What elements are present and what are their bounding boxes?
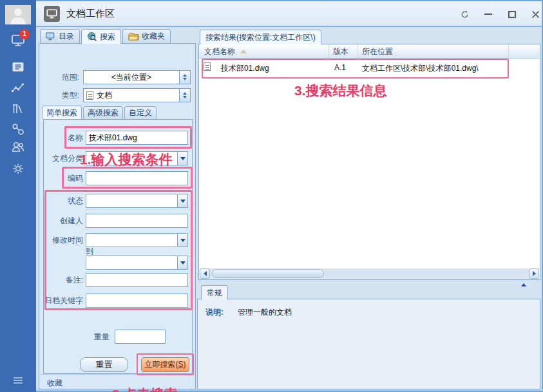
code-input[interactable] [86,171,188,185]
to-label: 到 [86,247,99,256]
scope-value: <当前位置> [83,70,179,84]
favorites-section: 收藏 已收藏 2.点击搜索 [40,374,195,388]
simple-search-form: 名称 文档分类 1.输入搜索条件 编码 状态 [43,119,193,374]
scroll-right-icon [533,271,538,276]
scroll-left-button[interactable] [200,268,210,279]
titlebar: 文档工作区 [36,1,542,27]
search-now-label-end: ) [184,360,186,369]
modified-to-dropdown-arrow[interactable] [177,256,188,270]
tab-simple-search-label: 简单搜索 [46,107,77,118]
share-icon[interactable] [10,122,26,137]
tab-general[interactable]: 常规 [201,285,228,300]
scroll-right-button[interactable] [529,268,539,279]
maximize-button[interactable] [506,8,518,20]
close-icon [531,10,540,19]
sort-ascending-icon [240,46,247,53]
person-icon [5,5,31,24]
tab-search[interactable]: 搜索 [81,29,121,44]
archive-keyword-input[interactable] [86,294,188,308]
tab-catalog-label: 目录 [59,31,74,42]
search-form-panel: 范围: <当前位置> 类型: 文档 简单搜索 高级搜索 [39,43,196,389]
modified-to-combobox[interactable] [86,256,188,270]
modified-label: 修改时间 [44,233,83,247]
tab-search-label: 搜索 [100,32,115,42]
tab-simple-search[interactable]: 简单搜索 [42,106,82,119]
status-dropdown-arrow[interactable] [177,194,188,208]
creator-input[interactable] [86,214,188,228]
description-value: 管理一般的文档 [238,307,292,318]
refresh-button[interactable] [459,8,470,20]
tab-general-label: 常规 [207,288,222,299]
close-button[interactable] [529,8,541,20]
column-header-version[interactable]: 版本 [329,44,358,59]
detail-panel: 常规 说明: 管理一般的文档 [197,285,540,389]
maximize-icon [508,11,516,18]
tab-custom-search[interactable]: 自定义 [124,106,157,119]
archive-keyword-label: 归档关键字 [43,294,83,308]
description-label: 说明: [205,307,224,318]
search-now-button[interactable]: 立即搜索(S) [141,357,189,372]
annotation-step1: 1.输入搜索条件 [80,151,173,169]
search-now-shortcut: S [178,360,183,369]
line-chart-icon[interactable] [10,80,26,96]
tab-advanced-search-label: 高级搜索 [88,107,119,118]
type-spinner[interactable] [179,88,191,102]
document-icon [204,62,211,71]
library-icon[interactable] [10,101,26,117]
tab-advanced-search[interactable]: 高级搜索 [83,106,123,119]
annotation-step3: 3.搜索结果信息 [294,82,387,100]
avatar[interactable] [5,5,31,24]
code-label: 编码 [44,171,83,185]
folder-icon [128,32,139,41]
modified-from-value [86,233,177,247]
tab-custom-search-label: 自定义 [129,107,152,118]
detail-panel-body: 说明: 管理一般的文档 [197,299,540,389]
results-panel: 搜索结果(搜索位置:文档工作区\) 文档名称 版本 所在位置 技术部01.dwg… [197,28,540,389]
search-now-label: 立即搜索( [144,360,178,369]
category-label: 文档分类 [44,151,83,165]
modified-from-dropdown-arrow[interactable] [177,233,188,247]
status-combobox[interactable] [86,194,188,208]
table-row[interactable]: 技术部01.dwg A.1 文档工作区\技术部\技术部01.dwg\ [199,59,540,76]
scope-spinner[interactable] [179,70,191,84]
column-header-name-label: 文档名称 [204,47,235,56]
tab-favorites[interactable]: 收藏夹 [122,29,171,43]
tab-search-results[interactable]: 搜索结果(搜索位置:文档工作区\) [200,30,321,44]
remark-input[interactable] [86,273,188,287]
scrollbar-thumb[interactable] [212,269,324,278]
favorite-link[interactable]: 收藏 [47,378,62,389]
minimize-icon [484,14,492,15]
hamburger-menu-icon[interactable] [10,372,26,387]
computer-icon [46,32,56,41]
column-header-name[interactable]: 文档名称 [199,44,329,59]
category-dropdown-arrow[interactable] [177,151,188,165]
highlight-box-criteria [44,190,193,310]
notification-badge: 1 [19,29,30,39]
modified-from-combobox[interactable] [86,233,188,247]
users-icon[interactable] [10,139,26,154]
document-list-icon[interactable] [10,59,26,75]
scope-label: 范围: [42,70,79,84]
monitor-glyph-icon [44,6,60,22]
horizontal-scrollbar[interactable] [200,268,539,279]
gear-icon[interactable] [10,161,26,176]
name-label: 名称 [44,131,83,145]
results-table-header: 文档名称 版本 所在位置 [199,44,540,59]
horizontal-splitter[interactable] [197,280,540,285]
modified-to-value [86,256,177,270]
scope-combobox[interactable]: <当前位置> [83,70,191,84]
reset-button[interactable]: 重置 [80,357,128,372]
app-icon [44,6,60,22]
column-header-location[interactable]: 所在位置 [358,44,509,59]
status-label: 状态 [44,194,83,208]
name-input[interactable] [86,131,188,145]
status-value [86,194,177,208]
weight-label: 重量 [70,330,110,344]
minimize-button[interactable] [482,8,494,20]
tab-catalog[interactable]: 目录 [40,29,80,43]
remark-label: 备注: [44,273,83,287]
column-header-location-label: 所在位置 [362,47,393,56]
results-table: 文档名称 版本 所在位置 技术部01.dwg A.1 文档工作区\技术部\技术部… [198,44,540,280]
weight-input[interactable] [115,330,166,344]
annotation-step2: 2.点击搜索 [112,386,178,392]
